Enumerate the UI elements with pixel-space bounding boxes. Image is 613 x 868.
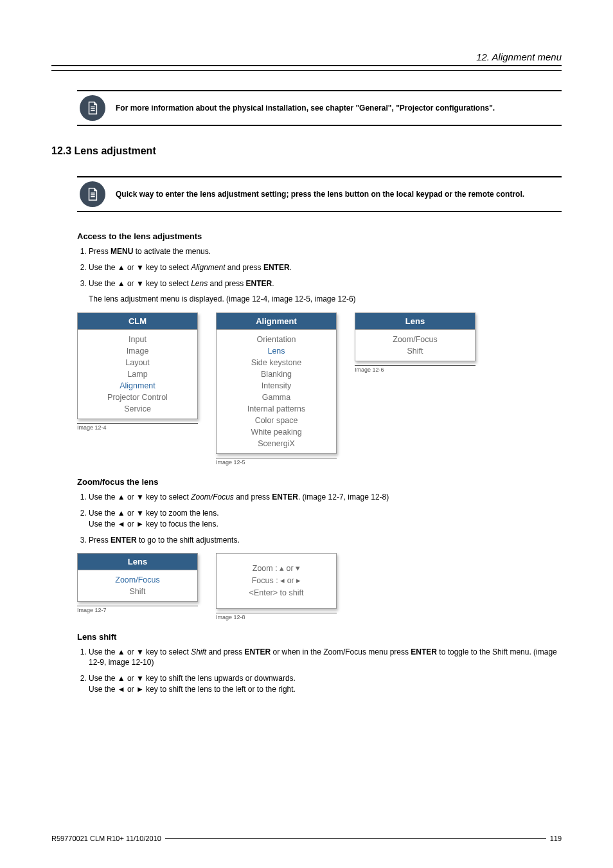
menu-col-clm: CLM Input Image Layout Lamp Alignment Pr… (77, 312, 198, 431)
menu-col-lens: Lens Zoom/Focus Shift Image 12-6 (355, 312, 475, 373)
menu-item: Internal patterns (217, 403, 336, 415)
menu-item: Layout (78, 357, 197, 368)
shift-heading: Lens shift (77, 632, 562, 642)
alignment-menu: Alignment Orientation Lens Side keystone… (216, 312, 337, 454)
header-rule-thick (51, 65, 562, 66)
menu-title: CLM (78, 313, 197, 330)
menu-item-selected: Lens (217, 345, 336, 357)
step-note: The lens adjustment menu is displayed. (… (89, 294, 562, 305)
document-icon (80, 181, 105, 207)
menu-item: Projector Control (78, 392, 197, 403)
zoom-steps: Use the ▲ or ▼ key to select Zoom/Focus … (77, 492, 562, 545)
document-icon (80, 95, 105, 121)
menu-item: Image (78, 345, 197, 357)
menu-screenshots-row-2: Lens Zoom/Focus Shift Image 12-7 Zoom : … (77, 553, 562, 620)
list-item: Use the ▲ or ▼ key to select Zoom/Focus … (89, 492, 562, 503)
lens-menu-2: Lens Zoom/Focus Shift (77, 553, 198, 602)
list-item: Use the ▲ or ▼ key to select Shift and p… (89, 647, 562, 669)
menu-item: White peaking (217, 426, 336, 438)
access-steps: Press MENU to activate the menus. Use th… (77, 246, 562, 305)
menu-item: Gamma (217, 392, 336, 403)
footer-page-number: 119 (550, 835, 562, 842)
image-label: Image 12-7 (77, 606, 198, 613)
lens-menu: Lens Zoom/Focus Shift (355, 312, 475, 361)
list-item: Press ENTER to go to the shift adjustmen… (89, 535, 562, 546)
image-label: Image 12-6 (355, 365, 475, 373)
zoom-heading: Zoom/focus the lens (77, 477, 562, 487)
shift-steps: Use the ▲ or ▼ key to select Shift and p… (77, 647, 562, 695)
list-item: Use the ▲ or ▼ key to select Lens and pr… (89, 278, 562, 305)
menu-item: ScenergiX (217, 438, 336, 449)
chapter-title: 12. Alignment menu (51, 51, 562, 62)
info-callout-2: Quick way to enter the lens adjustment s… (77, 176, 562, 212)
callout-1-text: For more information about the physical … (116, 104, 495, 113)
menu-title: Lens (355, 313, 475, 330)
menu-title: Lens (78, 554, 197, 570)
menu-item-selected: Zoom/Focus (78, 574, 197, 586)
footer-left: R59770021 CLM R10+ 11/10/2010 (51, 835, 161, 842)
menu-item: Service (78, 403, 197, 415)
menu-col-alignment: Alignment Orientation Lens Side keystone… (216, 312, 337, 466)
callout-2-text: Quick way to enter the lens adjustment s… (116, 190, 524, 199)
zoom-focus-box: Zoom : ▴ or ▾ Focus : ◂ or ▸ <Enter> to … (216, 553, 337, 608)
access-heading: Access to the lens adjustments (77, 231, 562, 241)
menu-item: Orientation (217, 334, 336, 345)
menu-item: Input (78, 334, 197, 345)
menu-item-selected: Alignment (78, 380, 197, 392)
section-heading: 12.3 Lens adjustment (51, 145, 562, 157)
menu-item: Lamp (78, 368, 197, 380)
menu-item: Intensity (217, 380, 336, 392)
menu-item: Side keystone (217, 357, 336, 368)
menu-col-lens2: Lens Zoom/Focus Shift Image 12-7 (77, 553, 198, 613)
page: 12. Alignment menu For more information … (0, 0, 613, 868)
footer-rule (165, 838, 546, 839)
image-label: Image 12-5 (216, 458, 337, 466)
menu-item: Blanking (217, 368, 336, 380)
image-label: Image 12-4 (77, 423, 198, 431)
zoom-content: Zoom : ▴ or ▾ Focus : ◂ or ▸ <Enter> to … (217, 554, 336, 608)
menu-item: Color space (217, 415, 336, 426)
list-item: Use the ▲ or ▼ key to shift the lens upw… (89, 673, 562, 695)
menu-item: Shift (355, 345, 475, 357)
clm-menu: CLM Input Image Layout Lamp Alignment Pr… (77, 312, 198, 419)
image-label: Image 12-8 (216, 613, 337, 620)
list-item: Use the ▲ or ▼ key to zoom the lens.Use … (89, 508, 562, 530)
header-rule-thin (51, 70, 562, 71)
list-item: Press MENU to activate the menus. (89, 246, 562, 257)
menu-screenshots-row-1: CLM Input Image Layout Lamp Alignment Pr… (77, 312, 562, 466)
page-footer: R59770021 CLM R10+ 11/10/2010 119 (51, 835, 562, 842)
list-item: Use the ▲ or ▼ key to select Alignment a… (89, 262, 562, 273)
info-callout-1: For more information about the physical … (77, 90, 562, 126)
menu-item: Shift (78, 586, 197, 597)
menu-col-zoombox: Zoom : ▴ or ▾ Focus : ◂ or ▸ <Enter> to … (216, 553, 337, 620)
menu-item: Zoom/Focus (355, 334, 475, 345)
menu-title: Alignment (217, 313, 336, 330)
